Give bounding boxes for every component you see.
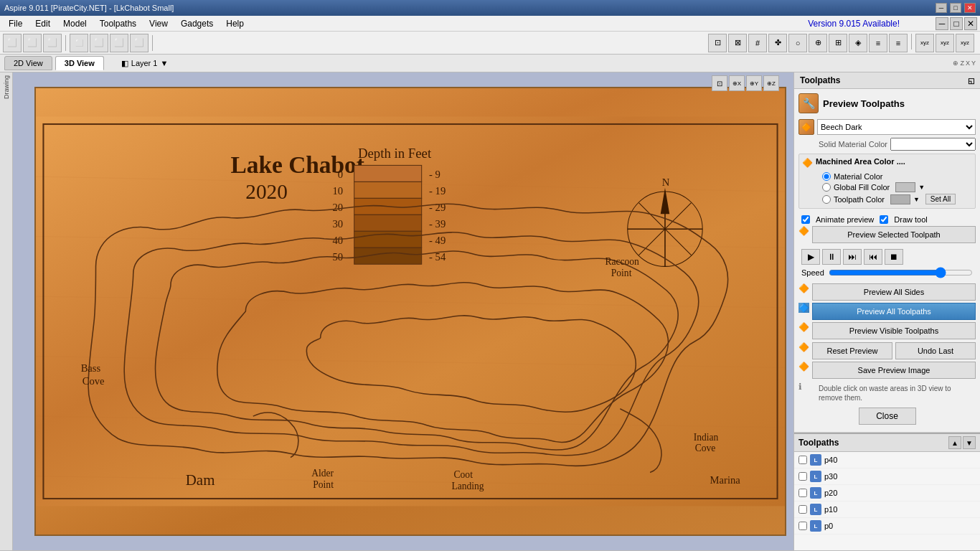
speed-slider[interactable]	[829, 268, 973, 278]
render-button[interactable]: ◈	[849, 34, 867, 52]
view3d-btn1[interactable]: ≡	[869, 34, 887, 52]
menu-model[interactable]: Model	[57, 17, 93, 30]
snap4-button[interactable]: ⊞	[829, 34, 847, 52]
svg-text:0: 0	[338, 169, 343, 180]
layer-icon: ◧	[121, 59, 128, 68]
global-fill-radio[interactable]	[822, 183, 831, 192]
3d-nav-icon-2[interactable]: Z	[960, 60, 964, 67]
draw-tool-checkbox[interactable]	[880, 215, 888, 224]
menu-file[interactable]: File	[3, 17, 28, 30]
toolbar-btn-4[interactable]: ⬜	[70, 34, 88, 52]
menu-view[interactable]: View	[143, 17, 174, 30]
material-select[interactable]: Beech Dark	[817, 119, 976, 135]
canvas-icon-zoom-fit[interactable]: ⊡	[712, 75, 727, 91]
stop-button[interactable]: ⏹	[885, 249, 903, 265]
preview-icon: 🔧	[798, 93, 819, 113]
global-fill-row: Global Fill Color ▼	[802, 182, 972, 193]
snap-button[interactable]: ✤	[768, 34, 787, 52]
toolpath-up-arrow[interactable]: ▲	[948, 436, 961, 449]
toolpath-p40-checkbox[interactable]	[798, 456, 807, 464]
svg-text:20: 20	[332, 202, 343, 213]
svg-text:Point: Point	[313, 479, 334, 490]
machined-area-section: 🔶 Machined Area Color .... Material Colo…	[798, 154, 976, 209]
play-button[interactable]: ▶	[801, 249, 820, 265]
canvas-icon-isometric-y[interactable]: ⊕Y	[746, 75, 762, 91]
toolpath-p30-checkbox[interactable]	[798, 472, 807, 481]
3d-wood-view[interactable]: Lake Chabot 2020 Depth in Feet 0 10 20	[34, 87, 786, 536]
canvas-area[interactable]: Lake Chabot 2020 Depth in Feet 0 10 20	[13, 72, 793, 550]
svg-text:Bass: Bass	[81, 362, 101, 374]
tab-3d-view[interactable]: 3D View	[55, 56, 104, 70]
minimize-button[interactable]: ─	[936, 3, 947, 13]
maximize-button[interactable]: □	[950, 3, 961, 13]
preview-all-toolpaths-button[interactable]: Preview All Toolpaths	[812, 303, 976, 320]
fit-view-button[interactable]: ⊡	[708, 34, 727, 52]
toolpath-p20-checkbox[interactable]	[798, 489, 807, 497]
svg-text:- 9: - 9	[429, 169, 440, 180]
toolbar-btn-3[interactable]: ⬜	[43, 34, 62, 52]
menu-toolpaths[interactable]: Toolpaths	[94, 17, 142, 30]
global-fill-swatch[interactable]	[895, 182, 915, 192]
set-all-button[interactable]: Set All	[925, 194, 956, 204]
preview-selected-button[interactable]: Preview Selected Toolpath	[812, 226, 976, 243]
app-restore-button[interactable]: □	[950, 17, 963, 30]
toolpath-color-swatch[interactable]	[890, 194, 910, 204]
skip-end-button[interactable]: ⏮	[864, 249, 882, 265]
toolpath-p40-label: p40	[824, 456, 837, 464]
solid-material-select[interactable]	[890, 138, 976, 151]
toolpath-icons2[interactable]: xyz	[936, 34, 954, 52]
toolpath-sort-arrows: ▲ ▼	[948, 436, 976, 449]
preview-selected-row: 🔶 Preview Selected Toolpath	[798, 226, 976, 243]
toolbar-btn-6[interactable]: ⬜	[110, 34, 128, 52]
undo-last-button[interactable]: Undo Last	[895, 342, 976, 359]
grid-button[interactable]: #	[748, 34, 767, 52]
skip-forward-button[interactable]: ⏭	[843, 249, 862, 265]
toolpath-color-radio[interactable]	[822, 195, 831, 204]
svg-text:- 49: - 49	[429, 235, 446, 246]
color-swatch-arrow[interactable]: ▼	[918, 184, 925, 191]
toolpath-icons1[interactable]: xyz	[915, 34, 934, 52]
menu-gadgets[interactable]: Gadgets	[175, 17, 219, 30]
toolpath-icons3[interactable]: xyz	[956, 34, 974, 52]
toolbar-btn-7[interactable]: ⬜	[130, 34, 149, 52]
3d-nav-icon-4[interactable]: Y	[971, 60, 976, 67]
toolpath-down-arrow[interactable]: ▼	[963, 436, 976, 449]
panel-undock-icon[interactable]: ◱	[968, 77, 974, 85]
pause-button[interactable]: ⏸	[822, 249, 841, 265]
view3d-btn2[interactable]: ≡	[889, 34, 908, 52]
animate-preview-checkbox[interactable]	[801, 215, 810, 224]
3d-nav-icon-3[interactable]: X	[966, 60, 970, 67]
toolpath-p10-icon: L	[810, 504, 821, 515]
zoom-selection-button[interactable]: ⊠	[728, 34, 747, 52]
tab-2d-view[interactable]: 2D View	[4, 56, 52, 70]
map-svg: Lake Chabot 2020 Depth in Feet 0 10 20	[36, 88, 785, 534]
toolpath-item-p10: L p10	[794, 501, 980, 518]
menu-help[interactable]: Help	[220, 17, 250, 30]
snap3-button[interactable]: ⊕	[809, 34, 827, 52]
preview-all-sides-button[interactable]: Preview All Sides	[812, 283, 976, 301]
window-controls: ─ □ ✕	[936, 3, 976, 13]
menu-edit[interactable]: Edit	[29, 17, 56, 30]
material-color-radio[interactable]	[822, 172, 831, 181]
layer-dropdown-arrow[interactable]: ▼	[160, 59, 168, 67]
app-close-button[interactable]: ✕	[964, 17, 977, 30]
toolpath-swatch-arrow[interactable]: ▼	[913, 196, 920, 203]
close-button[interactable]: Close	[859, 408, 916, 425]
app-minimize-button[interactable]: ─	[936, 17, 948, 30]
3d-nav-icon-1[interactable]: ⊕	[953, 60, 958, 67]
snap2-button[interactable]: ○	[788, 34, 807, 52]
canvas-icon-isometric-x[interactable]: ⊕X	[729, 75, 745, 91]
close-button[interactable]: ✕	[964, 3, 976, 13]
preview-visible-row: 🔶 Preview Visible Toolpaths	[798, 322, 976, 339]
canvas-icon-isometric-z[interactable]: ⊕Z	[763, 75, 779, 91]
svg-text:40: 40	[332, 235, 343, 246]
toolpath-p10-checkbox[interactable]	[798, 505, 807, 514]
toolbar-btn-5[interactable]: ⬜	[90, 34, 108, 52]
reset-preview-button[interactable]: Reset Preview	[812, 342, 892, 359]
toolbar-btn-2[interactable]: ⬜	[23, 34, 42, 52]
toolpath-p0-checkbox[interactable]	[798, 522, 807, 530]
toolbar-btn-1[interactable]: ⬜	[3, 34, 22, 52]
preview-visible-button[interactable]: Preview Visible Toolpaths	[812, 322, 976, 339]
drawing-label: Drawing	[3, 75, 10, 99]
save-preview-button[interactable]: Save Preview Image	[812, 362, 976, 379]
